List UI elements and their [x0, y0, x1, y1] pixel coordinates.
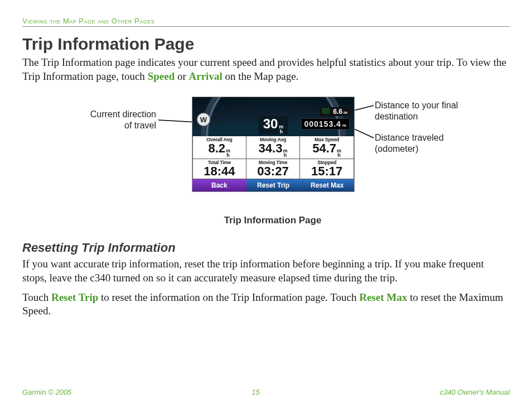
page-footer: Garmin © 2005 15 c340 Owner's Manual — [22, 388, 510, 396]
device-button-row: Back Reset Trip Reset Max — [192, 179, 354, 191]
device-screenshot: W 30 m h 6.6m 000153.4m O — [192, 97, 355, 192]
cell-max-speed: Max Speed 54.7mh — [300, 136, 354, 159]
callout-distance-final: Distance to your final destination — [375, 100, 458, 122]
cell-moving-avg: Moving Avg 34.3mh — [246, 136, 301, 159]
current-speed: 30 m h — [259, 116, 288, 135]
total-time-value: 18:44 — [204, 165, 235, 178]
speed-value: 30 — [263, 116, 278, 132]
moving-avg-value: 34.3 — [259, 142, 283, 155]
stats-row-2: Total Time 18:44 Moving Time 03:27 Stopp… — [192, 159, 354, 179]
reset-trip-button[interactable]: Reset Trip — [246, 179, 301, 191]
overall-avg-value: 8.2 — [209, 142, 226, 155]
reset-max-button[interactable]: Reset Max — [300, 179, 354, 191]
footer-page-number: 15 — [252, 388, 259, 396]
page-title: Trip Information Page — [22, 35, 510, 54]
speed-unit-bot: h — [280, 130, 283, 135]
back-button[interactable]: Back — [192, 179, 246, 191]
p2-text-1: Touch — [22, 291, 51, 303]
callout-direction: Current direction of travel — [61, 109, 156, 131]
callout-direction-line1: Current direction — [90, 109, 156, 119]
speed-unit: m h — [279, 124, 283, 135]
odometer-readout: 000153.4m — [301, 118, 350, 130]
odometer-value: 000153.4 — [304, 119, 341, 128]
odometer-unit: m — [342, 123, 347, 128]
footer-manual-title: c340 Owner's Manual — [440, 388, 510, 396]
intro-text-3: on the Map page. — [223, 70, 299, 82]
unit-mh: mh — [337, 148, 341, 157]
callout-direction-line2: of travel — [124, 121, 156, 130]
satellite-icon — [322, 108, 330, 114]
cell-total-time: Total Time 18:44 — [192, 159, 246, 179]
figure-area: Current direction of travel Distance to … — [22, 97, 510, 225]
callout-odometer-line1: Distance traveled — [375, 133, 444, 142]
cell-moving-time: Moving Time 03:27 — [246, 159, 301, 179]
stats-row-1: Overall Avg 8.2mh Moving Avg 34.3mh Max … — [192, 136, 354, 159]
callout-odometer: Distance traveled (odometer) — [375, 132, 444, 155]
stopped-value: 15:17 — [311, 165, 342, 178]
intro-paragraph: The Trip Information page indicates your… — [22, 56, 510, 83]
unit-mh: mh — [283, 148, 287, 157]
callout-odometer-line2: (odometer) — [375, 144, 418, 154]
intro-text-2: or — [175, 70, 188, 82]
unit-mh: mh — [226, 148, 230, 157]
resetting-paragraph-2: Touch Reset Trip to reset the informatio… — [22, 291, 510, 318]
speed-link-text: Speed — [148, 70, 175, 82]
arrival-link-text: Arrival — [189, 70, 223, 82]
p2-text-2: to reset the information on the Trip Inf… — [98, 291, 359, 303]
resetting-paragraph-1: If you want accurate trip information, r… — [22, 257, 510, 285]
figure-caption: Trip Information Page — [192, 215, 354, 226]
footer-copyright: Garmin © 2005 — [22, 388, 71, 396]
callout-distance-final-line1: Distance to your final — [375, 100, 458, 110]
distance-value: 6.6 — [333, 108, 342, 116]
moving-time-value: 03:27 — [257, 165, 288, 178]
distance-unit: m — [344, 110, 347, 115]
running-header: Viewing the Map Page and Other Pages — [22, 17, 510, 27]
callout-distance-final-line2: destination — [375, 112, 418, 121]
section-heading-resetting: Resetting Trip Information — [22, 241, 510, 255]
max-speed-value: 54.7 — [312, 142, 336, 155]
distance-to-destination: 6.6m — [320, 107, 350, 116]
cell-overall-avg: Overall Avg 8.2mh — [192, 136, 246, 159]
reset-max-text: Reset Max — [359, 291, 407, 303]
speed-gauge: W 30 m h 6.6m 000153.4m — [192, 97, 354, 136]
cell-stopped: Stopped 15:17 — [300, 159, 354, 179]
reset-trip-text: Reset Trip — [51, 291, 98, 303]
